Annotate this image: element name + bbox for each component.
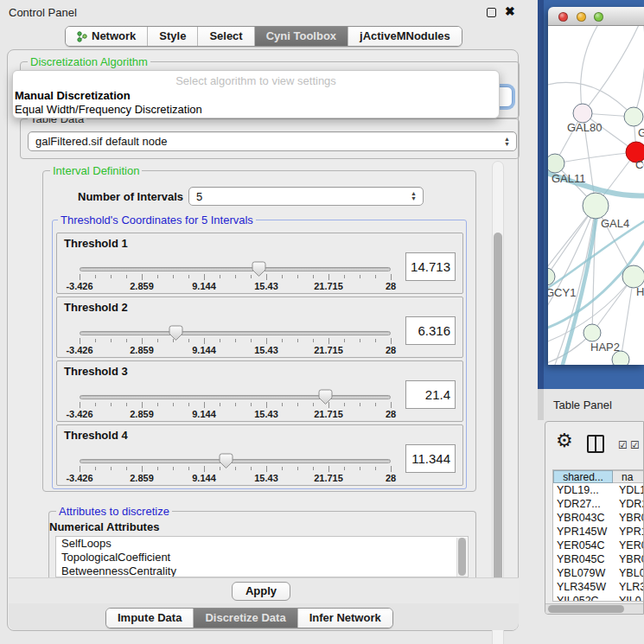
tab-jactivemnodules[interactable]: jActiveMNodules bbox=[348, 27, 462, 46]
table-row[interactable]: YLR345WYLR3 bbox=[553, 580, 644, 594]
tab-infer-network[interactable]: Infer Network bbox=[297, 609, 392, 628]
cell-shared-name[interactable]: YPR145W bbox=[557, 525, 612, 539]
cell-shared-name[interactable]: YBR045C bbox=[557, 552, 612, 566]
cell-shared-name[interactable]: YER054C bbox=[557, 539, 612, 552]
combo-arrows-icon: ▲▼ bbox=[504, 132, 510, 150]
cell-shared-name[interactable]: YDL19... bbox=[557, 483, 612, 497]
attribute-list-item[interactable]: TopologicalCoefficient bbox=[56, 551, 468, 564]
network-canvas[interactable]: GAL80GACGAL11GAL4GCY1HHAP2 bbox=[548, 26, 644, 365]
panel-vertical-scrollbar[interactable] bbox=[492, 161, 504, 644]
numerical-attributes-list[interactable]: SelfLoopsTopologicalCoefficientBetweenne… bbox=[55, 536, 469, 577]
checkbox-icon[interactable]: ☑ bbox=[630, 439, 640, 451]
attribute-list-item[interactable]: BetweennessCentrality bbox=[56, 564, 468, 577]
cell-name[interactable]: YER0 bbox=[619, 539, 644, 552]
cell-shared-name[interactable]: YIL052C bbox=[557, 594, 612, 602]
zoom-traffic-light-icon[interactable] bbox=[594, 12, 603, 22]
table-row[interactable]: YBR045CYBR0 bbox=[553, 552, 644, 566]
minimize-traffic-light-icon[interactable] bbox=[577, 12, 586, 22]
attributes-list-scrollbar[interactable] bbox=[456, 538, 467, 577]
network-node-ga[interactable] bbox=[624, 107, 643, 126]
column-header-name[interactable]: na bbox=[613, 470, 644, 483]
threshold-2-value-field[interactable]: 6.316 bbox=[405, 316, 456, 345]
scrollbar-thumb[interactable] bbox=[494, 233, 502, 628]
table-row[interactable]: YIL052CYIL0 bbox=[553, 594, 644, 602]
close-icon[interactable]: ✖ bbox=[505, 4, 515, 18]
cell-name[interactable]: YDR2 bbox=[619, 497, 644, 511]
slider-tick bbox=[126, 339, 127, 342]
slider-thumb[interactable] bbox=[252, 261, 266, 277]
cell-shared-name[interactable]: YDR27... bbox=[557, 497, 612, 511]
network-node-gal80[interactable] bbox=[573, 104, 592, 123]
slider-track[interactable] bbox=[80, 267, 391, 271]
apply-bar: Apply bbox=[9, 577, 519, 603]
network-node-gal11[interactable] bbox=[548, 154, 564, 173]
scrollbar-thumb[interactable] bbox=[458, 538, 466, 576]
slider-tick bbox=[157, 339, 158, 342]
table-row[interactable]: YBL079WYBL0 bbox=[553, 566, 644, 580]
slider-thumb[interactable] bbox=[318, 389, 333, 405]
cell-name[interactable]: YIL0 bbox=[619, 594, 644, 602]
slider-tick bbox=[251, 467, 252, 470]
slider-thumb[interactable] bbox=[169, 325, 183, 341]
tab-network[interactable]: Network bbox=[66, 27, 147, 46]
close-traffic-light-icon[interactable] bbox=[558, 12, 568, 22]
tab-impute-data[interactable]: Impute Data bbox=[106, 609, 193, 628]
network-node-gal4[interactable] bbox=[583, 193, 609, 219]
cell-name[interactable]: YBR0 bbox=[619, 552, 644, 566]
column-header-shared[interactable]: shared... bbox=[553, 470, 613, 483]
table-row[interactable]: YER054CYER0 bbox=[553, 539, 644, 552]
network-node-label: GCY1 bbox=[548, 286, 576, 299]
split-columns-icon[interactable] bbox=[587, 435, 604, 453]
table-row[interactable]: YPR145WYPR1 bbox=[553, 525, 644, 539]
slider-tick bbox=[391, 274, 392, 280]
slider-thumb[interactable] bbox=[219, 453, 233, 469]
float-window-icon[interactable] bbox=[487, 8, 496, 17]
slider-tick bbox=[111, 403, 112, 406]
slider-track[interactable] bbox=[80, 459, 391, 463]
threshold-3-slider[interactable]: -3.4262.8599.14415.4321.71528 bbox=[80, 391, 391, 420]
slider-track[interactable] bbox=[80, 395, 391, 399]
slider-tick bbox=[282, 403, 283, 406]
tab-style[interactable]: Style bbox=[147, 27, 197, 46]
node-table[interactable]: shared... na YDL19...YDL1YDR27...YDR2YBR… bbox=[552, 469, 644, 602]
tab-cyni-toolbox[interactable]: Cyni Toolbox bbox=[254, 27, 348, 46]
checkbox-icon[interactable]: ☑ bbox=[618, 439, 628, 451]
cell-name[interactable]: YPR1 bbox=[619, 525, 644, 539]
cell-name[interactable]: YBR0 bbox=[619, 511, 644, 525]
table-horizontal-scrollbar[interactable] bbox=[545, 603, 644, 614]
slider-scale-label: -3.426 bbox=[66, 281, 92, 291]
network-window-titlebar[interactable] bbox=[548, 7, 644, 26]
slider-scale-label: 2.859 bbox=[130, 409, 154, 419]
network-node-hap2[interactable] bbox=[583, 324, 601, 341]
attribute-list-item[interactable]: SelfLoops bbox=[56, 537, 468, 551]
apply-button[interactable]: Apply bbox=[232, 582, 290, 601]
menu-item-equal-width-frequency[interactable]: Equal Width/Frequency Discretization bbox=[15, 103, 202, 116]
cell-name[interactable]: YDL1 bbox=[619, 483, 644, 497]
threshold-1-value-field[interactable]: 14.713 bbox=[405, 252, 456, 281]
threshold-1-slider[interactable]: -3.4262.8599.14415.4321.71528 bbox=[80, 263, 391, 292]
scrollbar-thumb[interactable] bbox=[548, 605, 624, 613]
threshold-4-slider[interactable]: -3.4262.8599.14415.4321.71528 bbox=[80, 455, 391, 484]
gear-icon[interactable]: ⚙ bbox=[556, 430, 573, 452]
table-row[interactable]: YDR27...YDR2 bbox=[553, 497, 644, 511]
table-data-combo[interactable]: galFiltered.sif default node ▲▼ bbox=[28, 131, 517, 151]
cell-shared-name[interactable]: YLR345W bbox=[557, 580, 612, 594]
tab-discretize-data[interactable]: Discretize Data bbox=[193, 609, 296, 628]
cell-shared-name[interactable]: YBR043C bbox=[557, 511, 612, 525]
slider-tick bbox=[313, 403, 314, 406]
menu-item-manual-discretization[interactable]: Manual Discretization bbox=[15, 89, 131, 102]
network-window[interactable]: GAL80GACGAL11GAL4GCY1HHAP2 bbox=[548, 7, 644, 365]
table-row[interactable]: YDL19...YDL1 bbox=[553, 483, 644, 497]
slider-tick bbox=[111, 275, 112, 278]
cell-shared-name[interactable]: YBL079W bbox=[557, 566, 612, 580]
threshold-3-value-field[interactable]: 21.4 bbox=[405, 380, 456, 409]
tab-select[interactable]: Select bbox=[197, 27, 253, 46]
cell-name[interactable]: YLR3 bbox=[619, 580, 644, 594]
threshold-4-value-field[interactable]: 11.344 bbox=[405, 444, 456, 473]
number-of-intervals-combo[interactable]: 5 ▲▼ bbox=[188, 187, 424, 206]
table-row[interactable]: YBR043CYBR0 bbox=[553, 511, 644, 525]
cell-name[interactable]: YBL0 bbox=[619, 566, 644, 580]
threshold-2-slider[interactable]: -3.4262.8599.14415.4321.71528 bbox=[80, 327, 391, 356]
top-tab-bar: Network Style Select Cyni Toolbox jActiv… bbox=[65, 26, 462, 47]
slider-track[interactable] bbox=[80, 331, 391, 335]
